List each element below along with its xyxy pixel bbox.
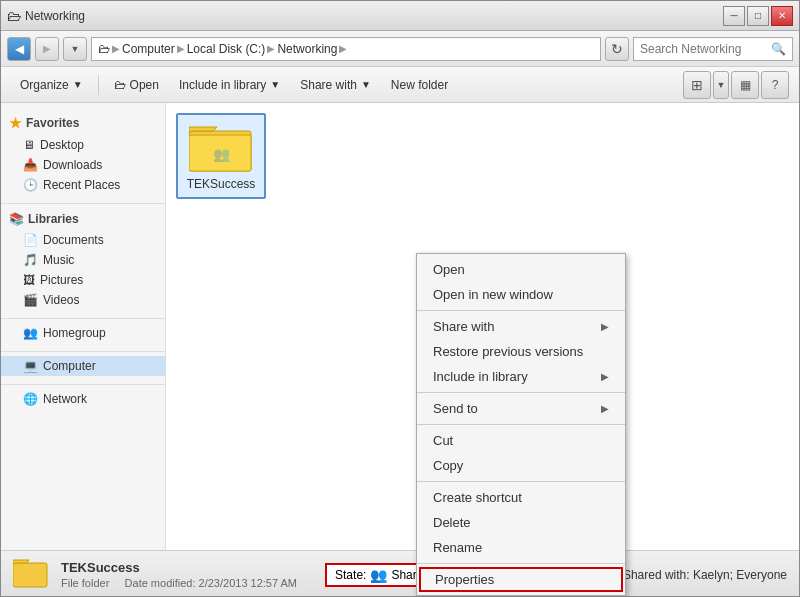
breadcrumb-computer[interactable]: Computer — [122, 42, 175, 56]
ctx-include-library[interactable]: Include in library ▶ — [417, 364, 625, 389]
status-folder-icon — [13, 555, 49, 594]
homegroup-icon: 👥 — [23, 326, 38, 340]
title-bar-left: 🗁 Networking — [7, 8, 85, 24]
file-area: 👥 TEKSuccess Open Open in new window Sha… — [166, 103, 799, 550]
star-icon: ★ — [9, 115, 22, 131]
ctx-restore-prev[interactable]: Restore previous versions — [417, 339, 625, 364]
view-buttons: ⊞ ▼ ▦ ? — [683, 71, 789, 99]
videos-icon: 🎬 — [23, 293, 38, 307]
sidebar-divider-1 — [1, 203, 165, 204]
libraries-icon: 📚 — [9, 212, 24, 226]
ctx-rename[interactable]: Rename — [417, 535, 625, 560]
ctx-create-shortcut[interactable]: Create shortcut — [417, 485, 625, 510]
ctx-cut[interactable]: Cut — [417, 428, 625, 453]
share-with-chevron: ▼ — [361, 79, 371, 90]
favorites-section: ★ Favorites 🖥 Desktop 📥 Downloads 🕒 Rece… — [1, 111, 165, 195]
ctx-separator-1 — [417, 310, 625, 311]
status-bar: TEKSuccess File folder Date modified: 2/… — [1, 550, 799, 597]
computer-icon: 💻 — [23, 359, 38, 373]
ctx-share-with[interactable]: Share with ▶ — [417, 314, 625, 339]
sidebar-item-computer[interactable]: 💻 Computer — [1, 356, 165, 376]
documents-icon: 📄 — [23, 233, 38, 247]
sidebar-item-desktop[interactable]: 🖥 Desktop — [1, 135, 165, 155]
sidebar-item-homegroup[interactable]: 👥 Homegroup — [1, 323, 165, 343]
open-button[interactable]: 🗁 Open — [105, 71, 168, 99]
sidebar-item-videos[interactable]: 🎬 Videos — [1, 290, 165, 310]
title-bar: 🗁 Networking ─ □ ✕ — [1, 1, 799, 31]
include-library-chevron: ▼ — [270, 79, 280, 90]
sidebar: ★ Favorites 🖥 Desktop 📥 Downloads 🕒 Rece… — [1, 103, 166, 550]
toolbar-separator-1 — [98, 75, 99, 95]
homegroup-section: 👥 Homegroup — [1, 323, 165, 343]
close-button[interactable]: ✕ — [771, 6, 793, 26]
folder-icon-large: 👥 — [189, 121, 253, 173]
downloads-icon: 📥 — [23, 158, 38, 172]
sidebar-item-music[interactable]: 🎵 Music — [1, 250, 165, 270]
music-icon: 🎵 — [23, 253, 38, 267]
sidebar-item-recent[interactable]: 🕒 Recent Places — [1, 175, 165, 195]
computer-section: 💻 Computer — [1, 356, 165, 376]
minimize-button[interactable]: ─ — [723, 6, 745, 26]
include-library-button[interactable]: Include in library ▼ — [170, 71, 289, 99]
refresh-button[interactable]: ↻ — [605, 37, 629, 61]
main-area: ★ Favorites 🖥 Desktop 📥 Downloads 🕒 Rece… — [1, 103, 799, 550]
sidebar-item-network[interactable]: 🌐 Network — [1, 389, 165, 409]
ctx-open-new-window[interactable]: Open in new window — [417, 282, 625, 307]
open-icon: 🗁 — [114, 78, 126, 92]
forward-button[interactable]: ▶ — [35, 37, 59, 61]
ctx-separator-5 — [417, 563, 625, 564]
search-icon: 🔍 — [771, 42, 786, 56]
new-folder-button[interactable]: New folder — [382, 71, 457, 99]
ctx-separator-4 — [417, 481, 625, 482]
ctx-delete[interactable]: Delete — [417, 510, 625, 535]
ctx-open[interactable]: Open — [417, 257, 625, 282]
breadcrumb-drive[interactable]: Local Disk (C:) — [187, 42, 266, 56]
libraries-header[interactable]: 📚 Libraries — [1, 208, 165, 230]
view-dropdown-button[interactable]: ▼ — [713, 71, 729, 99]
sidebar-divider-2 — [1, 318, 165, 319]
share-with-button[interactable]: Share with ▼ — [291, 71, 380, 99]
search-box[interactable]: 🔍 — [633, 37, 793, 61]
organize-chevron: ▼ — [73, 79, 83, 90]
dropdown-button[interactable]: ▼ — [63, 37, 87, 61]
sidebar-item-documents[interactable]: 📄 Documents — [1, 230, 165, 250]
svg-rect-3 — [13, 563, 47, 587]
network-icon: 🌐 — [23, 392, 38, 406]
desktop-icon: 🖥 — [23, 138, 35, 152]
status-info: TEKSuccess File folder Date modified: 2/… — [61, 560, 297, 589]
folder-item-teksuccess[interactable]: 👥 TEKSuccess — [176, 113, 266, 199]
breadcrumb-folder-icon: 🗁 — [98, 42, 110, 56]
favorites-header[interactable]: ★ Favorites — [1, 111, 165, 135]
address-bar: ◀ ▶ ▼ 🗁 ▶ Computer ▶ Local Disk (C:) ▶ N… — [1, 31, 799, 67]
sidebar-item-downloads[interactable]: 📥 Downloads — [1, 155, 165, 175]
ctx-properties[interactable]: Properties — [419, 567, 623, 592]
ctx-separator-2 — [417, 392, 625, 393]
status-folder-name: TEKSuccess — [61, 560, 297, 575]
ctx-share-with-arrow: ▶ — [601, 321, 609, 332]
svg-text:👥: 👥 — [213, 146, 231, 163]
toolbar: Organize ▼ 🗁 Open Include in library ▼ S… — [1, 67, 799, 103]
ctx-copy[interactable]: Copy — [417, 453, 625, 478]
pictures-icon: 🖼 — [23, 273, 35, 287]
search-input[interactable] — [640, 42, 767, 56]
maximize-button[interactable]: □ — [747, 6, 769, 26]
network-section: 🌐 Network — [1, 389, 165, 409]
back-button[interactable]: ◀ — [7, 37, 31, 61]
ctx-include-library-arrow: ▶ — [601, 371, 609, 382]
help-button[interactable]: ? — [761, 71, 789, 99]
sidebar-divider-4 — [1, 384, 165, 385]
breadcrumb-networking[interactable]: Networking — [277, 42, 337, 56]
title-bar-controls: ─ □ ✕ — [723, 6, 793, 26]
status-folder-meta: File folder Date modified: 2/23/2013 12:… — [61, 577, 297, 589]
view-toggle-button[interactable]: ⊞ — [683, 71, 711, 99]
recent-icon: 🕒 — [23, 178, 38, 192]
sidebar-item-pictures[interactable]: 🖼 Pictures — [1, 270, 165, 290]
breadcrumb[interactable]: 🗁 ▶ Computer ▶ Local Disk (C:) ▶ Network… — [91, 37, 601, 61]
preview-pane-button[interactable]: ▦ — [731, 71, 759, 99]
context-menu: Open Open in new window Share with ▶ Res… — [416, 253, 626, 596]
sidebar-divider-3 — [1, 351, 165, 352]
state-label: State: — [335, 568, 366, 582]
organize-button[interactable]: Organize ▼ — [11, 71, 92, 99]
ctx-send-to[interactable]: Send to ▶ — [417, 396, 625, 421]
folder-label: TEKSuccess — [184, 177, 258, 191]
